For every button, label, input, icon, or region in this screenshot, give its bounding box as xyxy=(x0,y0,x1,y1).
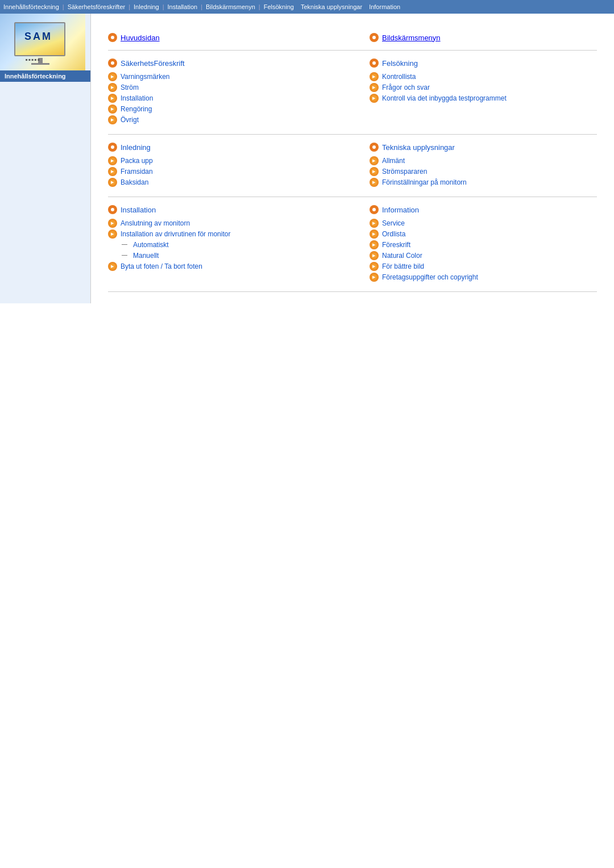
sakerhets-icon xyxy=(108,59,117,68)
manuellt-item: Manuellt xyxy=(121,251,347,260)
anslutning-icon xyxy=(108,219,117,228)
sakerhets-block: SäkerhetsFöreskrift Varningsmärken Ström… xyxy=(108,51,352,135)
varningsmärken-link[interactable]: Varningsmärken xyxy=(121,73,169,81)
automatiskt-item: Automatiskt xyxy=(121,240,347,249)
byta-item: Byta ut foten / Ta bort foten xyxy=(108,262,347,271)
installation-heading: Installation xyxy=(108,205,347,214)
inledning-link[interactable]: Inledning xyxy=(121,143,151,152)
felsok-icon xyxy=(370,59,379,68)
installation-block: Installation Anslutning av monitorn Inst… xyxy=(108,197,352,291)
nav-install[interactable]: Installation xyxy=(164,2,201,11)
row1-grid: SäkerhetsFöreskrift Varningsmärken Ström… xyxy=(108,51,597,135)
inledning-icon xyxy=(108,143,117,152)
foreskrift-link[interactable]: Föreskrift xyxy=(382,241,410,249)
bildskarm-link[interactable]: Bildskärmsmenyn xyxy=(382,34,441,42)
service-item: Service xyxy=(370,219,591,228)
strom-icon xyxy=(108,83,117,92)
ovrigt-icon xyxy=(108,115,117,124)
nav-trouble[interactable]: Felsökning xyxy=(260,2,297,11)
byta-icon xyxy=(108,262,117,271)
forinst-item: Förinställningar på monitorn xyxy=(370,178,591,187)
sakerhets-heading: SäkerhetsFöreskrift xyxy=(108,59,347,68)
installdriv-item: Installation av drivrutinen för monitor xyxy=(108,229,347,239)
top-cell-right: Bildskärmsmenyn xyxy=(352,25,597,50)
kontroll-icon xyxy=(370,94,379,103)
foreskrift-icon xyxy=(370,240,379,249)
byta-link[interactable]: Byta ut foten / Ta bort foten xyxy=(121,262,202,270)
naturalcolor-link[interactable]: Natural Color xyxy=(382,252,422,260)
ovrigt-item: Övrigt xyxy=(108,115,347,124)
tekniska-icon xyxy=(370,143,379,152)
anslutning-link[interactable]: Anslutning av monitorn xyxy=(121,219,190,227)
kontroll-link[interactable]: Kontroll via det inbyggda testprogrammet xyxy=(382,94,507,102)
installation1-link[interactable]: Installation xyxy=(121,94,153,102)
strom-link[interactable]: Ström xyxy=(121,84,139,91)
felsok-block: Felsökning Kontrollista Frågor och svar … xyxy=(352,51,597,135)
information-block: Information Service Ordlista Föreskrift … xyxy=(352,197,597,291)
row3-grid: Installation Anslutning av monitorn Inst… xyxy=(108,197,597,291)
bildskarm-icon xyxy=(370,33,379,42)
naturalcolor-icon xyxy=(370,251,379,260)
stromspar-link[interactable]: Strömspararen xyxy=(382,168,427,176)
information-link[interactable]: Information xyxy=(382,206,419,214)
nav-bar: Innehållsförteckning | Säkerhetsföreskri… xyxy=(0,0,614,14)
nav-menu[interactable]: Bildskärmsmenyn xyxy=(202,2,259,11)
fragor-link[interactable]: Frågor och svar xyxy=(382,84,430,91)
top-cell-left: Huvudsidan xyxy=(108,25,352,50)
baksidan-link[interactable]: Baksidan xyxy=(121,178,148,186)
packa-link[interactable]: Packa upp xyxy=(121,157,153,165)
nav-info[interactable]: Information xyxy=(366,2,404,11)
nav-intro[interactable]: Inledning xyxy=(130,2,163,11)
felsok-heading: Felsökning xyxy=(370,59,591,68)
baksidan-item: Baksidan xyxy=(108,178,347,187)
foretags-item: Företagsuppgifter och copyright xyxy=(370,273,591,282)
kontrollista-link[interactable]: Kontrollista xyxy=(382,73,416,81)
tekniska-link[interactable]: Tekniska upplysningar xyxy=(382,143,455,152)
foreskrift-item: Föreskrift xyxy=(370,240,591,249)
huvudsidan-link[interactable]: Huvudsidan xyxy=(121,34,160,42)
sidebar: SAM ■ ■ ■ ■ ■ Innehållsförteckning xyxy=(0,14,91,303)
forbattre-item: För bättre bild xyxy=(370,262,591,271)
framsidan-item: Framsidan xyxy=(108,167,347,176)
sakerhets-link[interactable]: SäkerhetsFöreskrift xyxy=(121,59,185,68)
sidebar-logo: SAM ■ ■ ■ ■ ■ xyxy=(0,14,85,70)
content-area: Huvudsidan Bildskärmsmenyn SäkerhetsFöre… xyxy=(91,14,614,303)
nav-tech[interactable]: Tekniska upplysningar xyxy=(297,2,366,11)
felsok-link[interactable]: Felsökning xyxy=(382,59,418,68)
installdriv-link[interactable]: Installation av drivrutinen för monitor xyxy=(121,230,230,238)
rengoring-link[interactable]: Rengöring xyxy=(121,105,152,113)
installation-link[interactable]: Installation xyxy=(121,206,156,214)
allmant-link[interactable]: Allmänt xyxy=(382,157,405,165)
baksidan-icon xyxy=(108,178,117,187)
nav-toc[interactable]: Innehållsförteckning xyxy=(0,2,63,11)
varningsmärken-item: Varningsmärken xyxy=(108,72,347,81)
foretags-link[interactable]: Företagsuppgifter och copyright xyxy=(382,273,478,281)
ordlista-item: Ordlista xyxy=(370,229,591,239)
sidebar-nav-label: Innehållsförteckning xyxy=(0,70,90,82)
manuellt-link[interactable]: Manuellt xyxy=(133,252,159,260)
rengoring-item: Rengöring xyxy=(108,105,347,114)
kontrollista-item: Kontrollista xyxy=(370,72,591,81)
ordlista-link[interactable]: Ordlista xyxy=(382,230,405,238)
information-heading: Information xyxy=(370,205,591,214)
rengoring-icon xyxy=(108,105,117,114)
tekniska-heading: Tekniska upplysningar xyxy=(370,143,591,152)
forbattre-link[interactable]: För bättre bild xyxy=(382,262,424,270)
automatiskt-link[interactable]: Automatiskt xyxy=(133,241,169,249)
huvudsidan-icon xyxy=(108,33,117,42)
forinst-link[interactable]: Förinställningar på monitorn xyxy=(382,178,467,186)
varningsmärken-icon xyxy=(108,72,117,81)
row2-grid: Inledning Packa upp Framsidan Baksidan xyxy=(108,135,597,197)
service-link[interactable]: Service xyxy=(382,219,405,227)
information-icon xyxy=(370,205,379,214)
packa-item: Packa upp xyxy=(108,156,347,165)
installation1-icon xyxy=(108,94,117,103)
nav-safety[interactable]: Säkerhetsföreskrifter xyxy=(64,2,128,11)
forbattre-icon xyxy=(370,262,379,271)
framsidan-link[interactable]: Framsidan xyxy=(121,168,153,176)
strom-item: Ström xyxy=(108,83,347,92)
installation1-item: Installation xyxy=(108,94,347,103)
ovrigt-link[interactable]: Övrigt xyxy=(121,116,139,124)
naturalcolor-item: Natural Color xyxy=(370,251,591,260)
fragor-icon xyxy=(370,83,379,92)
